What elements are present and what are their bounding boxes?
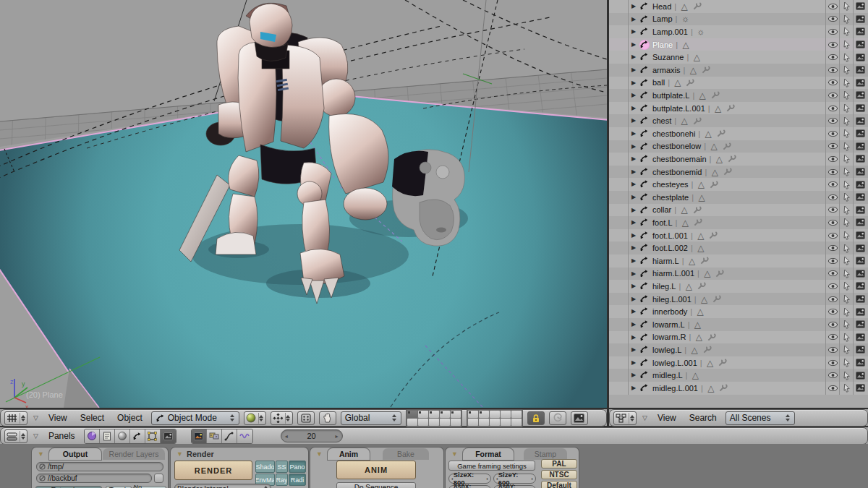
object-name-label[interactable]: innerbody	[652, 307, 687, 316]
mode-dropdown[interactable]: Object Mode	[151, 411, 239, 425]
render-this-window-button[interactable]	[571, 411, 588, 425]
draw-type-button[interactable]	[244, 411, 266, 425]
visibility-eye-icon[interactable]	[825, 102, 839, 115]
pivot-stepper[interactable]	[285, 413, 291, 424]
renderable-image-icon[interactable]	[853, 382, 867, 395]
visibility-eye-icon[interactable]	[825, 229, 839, 242]
renderable-image-icon[interactable]	[853, 280, 867, 293]
anim-button[interactable]: ANIM	[336, 461, 416, 479]
renderable-image-icon[interactable]	[853, 241, 867, 254]
visibility-eye-icon[interactable]	[825, 166, 839, 179]
menu-object[interactable]: Object	[113, 413, 147, 423]
object-name-label[interactable]: lowleg.L	[652, 346, 681, 354]
selectable-cursor-icon[interactable]	[839, 191, 853, 204]
panel-collapse-icon[interactable]: ▼	[451, 450, 458, 458]
expand-arrow-icon[interactable]: ▶	[631, 38, 636, 51]
expand-arrow-icon[interactable]: ▶	[631, 13, 636, 26]
anim-context-button[interactable]	[222, 429, 237, 443]
increment-icon[interactable]: ›	[531, 476, 533, 482]
visibility-eye-icon[interactable]	[825, 0, 839, 13]
layer-button[interactable]	[468, 419, 478, 426]
outliner-row[interactable]: ▶Plane|△	[609, 38, 868, 51]
selectable-cursor-icon[interactable]	[839, 13, 853, 26]
expand-arrow-icon[interactable]: ▶	[631, 241, 636, 254]
object-name-label[interactable]: foot.L.001	[652, 231, 688, 240]
visibility-eye-icon[interactable]	[825, 280, 839, 293]
outliner-row[interactable]: ▶innerbody|△	[609, 305, 868, 318]
object-name-label[interactable]: midleg.L.001	[652, 384, 698, 393]
expand-arrow-icon[interactable]: ▶	[631, 191, 636, 204]
visibility-eye-icon[interactable]	[825, 64, 839, 77]
backbuf-browse-button[interactable]	[154, 474, 163, 483]
visibility-eye-icon[interactable]	[825, 89, 839, 102]
outliner-row[interactable]: ▶chesteyes|△	[609, 178, 868, 191]
renderable-image-icon[interactable]	[853, 102, 867, 115]
renderable-image-icon[interactable]	[853, 229, 867, 242]
selectable-cursor-icon[interactable]	[839, 77, 853, 90]
menu-select[interactable]: Select	[76, 413, 109, 423]
object-name-label[interactable]: midleg.L	[652, 371, 683, 380]
editor-type-button-outliner[interactable]	[613, 411, 637, 425]
expand-arrow-icon[interactable]: ▶	[631, 64, 636, 77]
object-name-label[interactable]: buttplate.L	[652, 91, 689, 100]
renderable-image-icon[interactable]	[853, 153, 867, 166]
object-name-label[interactable]: Plane	[652, 40, 673, 49]
ntsc-preset-button[interactable]: NTSC	[541, 470, 577, 479]
expand-arrow-icon[interactable]: ▶	[631, 127, 636, 140]
object-name-label[interactable]: chestbonemain	[652, 155, 707, 163]
object-name-label[interactable]: armaxis	[652, 66, 681, 74]
visibility-eye-icon[interactable]	[825, 293, 839, 306]
selectable-cursor-icon[interactable]	[839, 153, 853, 166]
renderable-image-icon[interactable]	[853, 178, 867, 191]
layer-button[interactable]	[429, 411, 439, 418]
object-name-label[interactable]: chesteyes	[652, 180, 689, 189]
panel-collapse-icon[interactable]: ▼	[38, 450, 44, 458]
renderable-image-icon[interactable]	[853, 77, 867, 90]
outliner-row[interactable]: ▶midleg.L|△	[609, 369, 868, 382]
header-collapse-icon[interactable]: ▽	[641, 414, 649, 421]
object-name-label[interactable]: Suzanne	[652, 53, 684, 61]
renderable-image-icon[interactable]	[853, 0, 867, 13]
asp-y-field[interactable]: ‹ AspY: 100.00 ›	[493, 485, 536, 488]
object-context-button[interactable]	[130, 429, 145, 443]
visibility-eye-icon[interactable]	[825, 241, 839, 254]
visibility-eye-icon[interactable]	[825, 127, 839, 140]
render-button[interactable]: RENDER	[174, 461, 252, 480]
visibility-eye-icon[interactable]	[825, 216, 839, 229]
selectable-cursor-icon[interactable]	[839, 89, 853, 102]
outliner-row[interactable]: ▶lowarm.L|△	[609, 318, 868, 331]
visibility-eye-icon[interactable]	[825, 140, 839, 153]
outliner-row[interactable]: ▶lowleg.L.001|△	[609, 356, 868, 369]
orientation-dropdown[interactable]: Global	[341, 411, 401, 425]
visibility-eye-icon[interactable]	[825, 178, 839, 191]
selectable-cursor-icon[interactable]	[839, 0, 853, 13]
selectable-cursor-icon[interactable]	[839, 356, 853, 369]
selectable-cursor-icon[interactable]	[839, 38, 853, 51]
menu-view[interactable]: View	[44, 413, 72, 423]
expand-arrow-icon[interactable]: ▶	[631, 229, 636, 242]
object-name-label[interactable]: lowarm.R	[652, 333, 686, 341]
renderable-image-icon[interactable]	[853, 25, 867, 38]
ss-toggle[interactable]: SS	[276, 461, 288, 473]
editor-type-stepper[interactable]	[629, 413, 634, 424]
expand-arrow-icon[interactable]: ▶	[631, 293, 636, 306]
outliner-row[interactable]: ▶lowarm.R|△	[609, 331, 868, 344]
layer-button[interactable]	[490, 411, 500, 418]
frame-number-field[interactable]: ◂ 20 ▸	[281, 429, 343, 442]
selectable-cursor-icon[interactable]	[839, 293, 853, 306]
asp-x-field[interactable]: ‹ AspX: 100.00 ›	[448, 485, 491, 488]
editor-type-button-buttons[interactable]	[4, 429, 27, 443]
expand-arrow-icon[interactable]: ▶	[631, 153, 636, 166]
selectable-cursor-icon[interactable]	[839, 229, 853, 242]
object-name-label[interactable]: collar	[652, 205, 671, 214]
layer-button[interactable]	[418, 411, 428, 418]
panel-collapse-icon[interactable]: ▼	[176, 450, 183, 458]
renderable-image-icon[interactable]	[853, 51, 867, 64]
outliner-row[interactable]: ▶chestbonemid|△	[609, 166, 868, 179]
scene-filter-dropdown[interactable]: All Scenes	[726, 411, 795, 425]
tab-bake[interactable]: Bake	[383, 448, 429, 460]
outliner-row[interactable]: ▶hileg.L.001|△	[609, 293, 868, 306]
panel-collapse-icon[interactable]: ▼	[316, 450, 323, 458]
selectable-cursor-icon[interactable]	[839, 318, 853, 331]
visibility-eye-icon[interactable]	[825, 153, 839, 166]
